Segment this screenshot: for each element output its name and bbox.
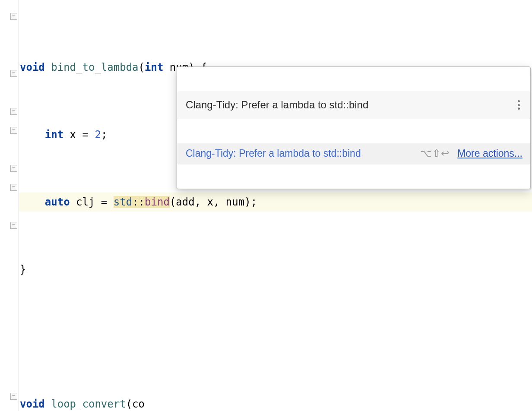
fold-icon[interactable] xyxy=(10,127,17,134)
keyword: int xyxy=(45,129,63,141)
code-line[interactable] xyxy=(19,327,532,346)
text: = xyxy=(95,196,113,208)
keyword: auto xyxy=(45,196,70,208)
code-line[interactable]: void loop_convert(co xyxy=(19,395,532,411)
code-area[interactable]: void bind_to_lambda(int num) { int x = 2… xyxy=(19,0,532,411)
text: :: xyxy=(132,196,145,208)
code-line[interactable]: } xyxy=(19,260,532,279)
keyword: int xyxy=(145,61,163,73)
code-editor[interactable]: void bind_to_lambda(int num) { int x = 2… xyxy=(0,0,532,411)
quick-fix-action[interactable]: Clang-Tidy: Prefer a lambda to std::bind xyxy=(186,148,412,159)
more-actions-link[interactable]: More actions... xyxy=(457,148,522,159)
fold-icon[interactable] xyxy=(10,184,17,191)
text: (add, x, num); xyxy=(170,196,257,208)
tooltip-action-row[interactable]: Clang-Tidy: Prefer a lambda to std::bind… xyxy=(177,143,530,164)
tooltip-title: Clang-Tidy: Prefer a lambda to std::bind xyxy=(186,99,368,111)
text: ; xyxy=(101,129,107,141)
keyboard-shortcut: ⌥⇧↩ xyxy=(420,148,450,159)
fold-icon[interactable] xyxy=(10,393,17,400)
fold-icon[interactable] xyxy=(10,222,17,229)
text: (co xyxy=(126,398,145,410)
variable: x xyxy=(70,129,76,141)
fold-icon[interactable] xyxy=(10,108,17,115)
number-literal: 2 xyxy=(95,129,101,141)
fold-icon[interactable] xyxy=(10,70,17,77)
text: = xyxy=(76,129,95,141)
code-line-current[interactable]: auto clj = std::bind(add, x, num); xyxy=(19,193,532,212)
function-name: loop_convert xyxy=(51,398,126,410)
namespace: std xyxy=(114,196,132,208)
more-options-icon[interactable] xyxy=(514,99,523,111)
fold-icon[interactable] xyxy=(10,165,17,172)
fold-icon[interactable] xyxy=(10,13,17,20)
variable: clj xyxy=(76,196,95,208)
identifier: bind xyxy=(145,196,170,208)
tooltip-header: Clang-Tidy: Prefer a lambda to std::bind xyxy=(177,91,530,119)
keyword: void xyxy=(20,61,45,73)
keyword: void xyxy=(20,398,45,410)
gutter xyxy=(0,0,19,411)
text: } xyxy=(20,263,26,275)
function-name: bind_to_lambda xyxy=(51,61,138,73)
inspection-tooltip: Clang-Tidy: Prefer a lambda to std::bind… xyxy=(177,66,531,189)
